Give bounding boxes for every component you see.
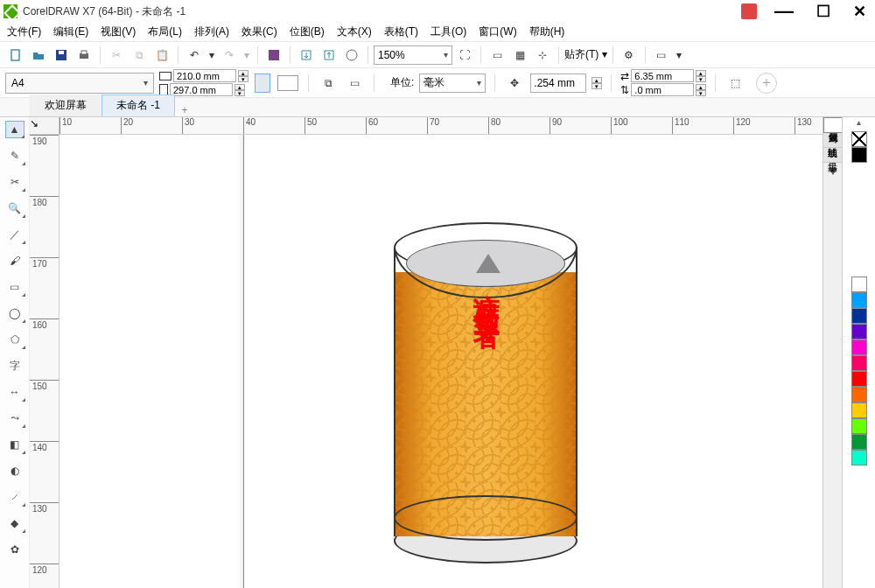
- docker-tab-guidelines[interactable]: 辅助线: [823, 133, 842, 148]
- spin-down[interactable]: ▾: [696, 90, 706, 96]
- print-icon[interactable]: [74, 45, 94, 66]
- fill-tool[interactable]: ◆: [5, 514, 24, 532]
- all-pages-icon[interactable]: ⧉: [318, 73, 339, 94]
- rectangle-tool[interactable]: ▭: [5, 278, 24, 296]
- menu-text[interactable]: 文本(X): [337, 24, 372, 39]
- duplicate-x-input[interactable]: [631, 69, 694, 82]
- menu-edit[interactable]: 编辑(E): [53, 24, 88, 39]
- horizontal-ruler[interactable]: 102030405060708090100110120130 毫米: [60, 117, 875, 135]
- page-width-input[interactable]: [173, 69, 236, 82]
- undo-dropdown-icon[interactable]: ▾: [206, 45, 217, 66]
- palette-scroll-up[interactable]: ▴: [857, 117, 861, 131]
- menu-tools[interactable]: 工具(O): [430, 24, 466, 39]
- vertical-ruler[interactable]: 190180170160150140130120110: [30, 135, 60, 588]
- spin-down[interactable]: ▾: [592, 83, 602, 89]
- canvas-area[interactable]: ↘ 102030405060708090100110120130 毫米 1901…: [30, 117, 875, 588]
- drawing-viewport[interactable]: 凉茶领导者: [60, 135, 875, 588]
- landscape-button[interactable]: [277, 75, 298, 91]
- swatch-green[interactable]: [851, 434, 867, 450]
- ruler-origin[interactable]: ↘: [30, 117, 60, 135]
- can-artwork[interactable]: 凉茶领导者: [394, 222, 578, 564]
- swatch-lime[interactable]: [851, 418, 867, 434]
- maximize-button[interactable]: ☐: [811, 4, 836, 19]
- publish-pdf-icon[interactable]: [341, 45, 362, 66]
- artistic-media-tool[interactable]: 🖌: [5, 252, 24, 270]
- swatch-orange[interactable]: [851, 387, 867, 402]
- swatch-none[interactable]: [851, 131, 867, 147]
- menu-layout[interactable]: 布局(L): [148, 24, 182, 39]
- launcher-icon[interactable]: ▭: [651, 45, 672, 66]
- swatch-purple[interactable]: [851, 324, 867, 340]
- paste-icon[interactable]: 📋: [151, 45, 172, 66]
- close-button[interactable]: ✕: [848, 4, 872, 19]
- open-icon[interactable]: [28, 45, 49, 66]
- swatch-magenta[interactable]: [851, 340, 867, 355]
- menu-window[interactable]: 窗口(W): [479, 24, 516, 39]
- menu-file[interactable]: 文件(F): [7, 24, 41, 39]
- spin-down[interactable]: ▾: [238, 76, 248, 82]
- drop-shadow-tool[interactable]: ◧: [5, 436, 24, 453]
- snap-dropdown[interactable]: 贴齐(T) ▾: [564, 47, 607, 62]
- account-icon[interactable]: [741, 4, 757, 19]
- import-icon[interactable]: [296, 45, 317, 66]
- connector-tool[interactable]: ⤳: [5, 410, 24, 427]
- menu-help[interactable]: 帮助(H): [529, 24, 565, 39]
- polygon-tool[interactable]: ⬠: [5, 331, 24, 348]
- swatch-teal[interactable]: [851, 450, 867, 466]
- current-page-icon[interactable]: ▭: [344, 73, 365, 94]
- crop-tool[interactable]: ✂: [5, 173, 24, 191]
- tab-document[interactable]: 未命名 -1: [102, 94, 175, 116]
- new-icon[interactable]: [5, 45, 26, 66]
- smart-fill-tool[interactable]: ✿: [5, 541, 24, 558]
- page-height-input[interactable]: [170, 83, 233, 96]
- minimize-button[interactable]: —: [769, 4, 799, 19]
- launcher-dropdown-icon[interactable]: ▾: [674, 45, 684, 66]
- new-tab-button[interactable]: +: [175, 104, 194, 116]
- eyedropper-tool[interactable]: ⟋: [5, 488, 24, 506]
- text-tool[interactable]: 字: [5, 357, 24, 374]
- export-icon[interactable]: [318, 45, 340, 66]
- duplicate-y-input[interactable]: [631, 83, 694, 96]
- menu-effects[interactable]: 效果(C): [242, 24, 277, 39]
- search-content-icon[interactable]: [263, 45, 284, 66]
- spin-up[interactable]: ▴: [696, 70, 706, 76]
- units-combo[interactable]: 毫米 ▾: [419, 74, 486, 93]
- ellipse-tool[interactable]: ◯: [5, 304, 24, 322]
- pick-tool[interactable]: ▲: [5, 121, 24, 138]
- dimension-tool[interactable]: ↔: [5, 383, 24, 401]
- spin-up[interactable]: ▴: [238, 70, 248, 76]
- spin-up[interactable]: ▴: [234, 84, 245, 90]
- tab-welcome[interactable]: 欢迎屏幕: [30, 94, 102, 116]
- zoom-combo[interactable]: 150% ▾: [374, 46, 452, 65]
- treat-as-filled-icon[interactable]: ⬚: [724, 73, 746, 94]
- save-icon[interactable]: [51, 45, 72, 66]
- nudge-input[interactable]: [530, 74, 586, 93]
- swatch-cyan[interactable]: [851, 292, 867, 308]
- menu-table[interactable]: 表格(T): [384, 24, 418, 39]
- docker-tab-hints[interactable]: 提示: [823, 148, 842, 163]
- zoom-tool[interactable]: 🔍: [5, 200, 24, 217]
- swatch-pink[interactable]: [851, 355, 867, 371]
- menu-view[interactable]: 视图(V): [101, 24, 136, 39]
- docker-expand-icon[interactable]: [829, 168, 837, 175]
- options-icon[interactable]: ⚙: [619, 45, 640, 66]
- spin-down[interactable]: ▾: [234, 90, 245, 96]
- show-grid-icon[interactable]: ▦: [509, 45, 530, 66]
- freehand-tool[interactable]: ／: [5, 226, 24, 243]
- transparency-tool[interactable]: ◐: [5, 462, 24, 480]
- paper-size-combo[interactable]: A4 ▾: [5, 73, 154, 94]
- swatch-yellow[interactable]: [851, 402, 867, 418]
- spin-up[interactable]: ▴: [696, 84, 706, 90]
- docker-tab-object-properties[interactable]: 对象属性: [823, 117, 844, 133]
- swatch-blue[interactable]: [851, 308, 867, 324]
- add-preset-button[interactable]: ＋: [756, 73, 777, 94]
- swatch-black[interactable]: [851, 147, 867, 163]
- menu-bitmaps[interactable]: 位图(B): [290, 24, 325, 39]
- shape-tool[interactable]: ✎: [5, 147, 24, 164]
- show-rulers-icon[interactable]: ▭: [486, 45, 508, 66]
- portrait-button[interactable]: [255, 74, 270, 93]
- spin-down[interactable]: ▾: [696, 76, 706, 82]
- show-guides-icon[interactable]: ⊹: [532, 45, 553, 66]
- swatch-white[interactable]: [851, 276, 867, 292]
- fullscreen-icon[interactable]: ⛶: [454, 45, 475, 66]
